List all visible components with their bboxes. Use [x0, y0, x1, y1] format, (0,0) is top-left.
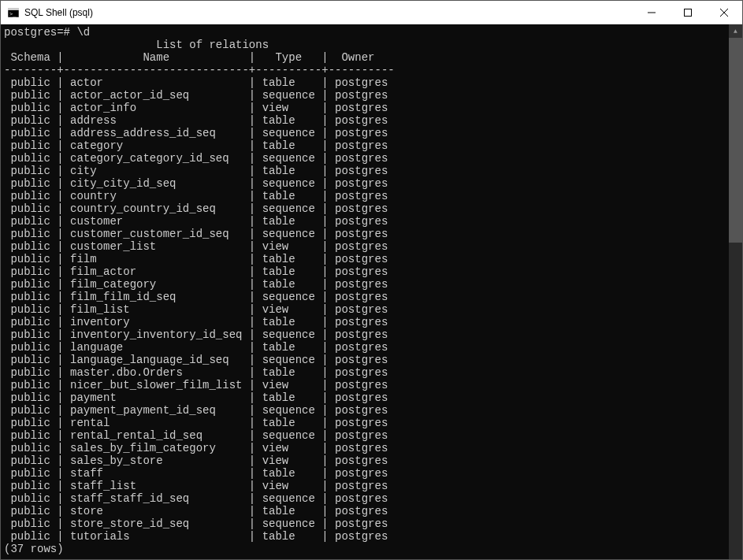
- window-controls: [633, 1, 742, 24]
- scroll-up-arrow[interactable]: ▲: [729, 24, 742, 38]
- svg-text:>_: >_: [9, 11, 17, 17]
- svg-rect-1: [8, 8, 19, 10]
- terminal-output[interactable]: postgres=# \d List of relations Schema |…: [1, 24, 729, 559]
- vertical-scrollbar[interactable]: ▲: [729, 24, 742, 559]
- content-area: postgres=# \d List of relations Schema |…: [1, 24, 742, 559]
- minimize-button[interactable]: [633, 1, 670, 24]
- scroll-thumb[interactable]: [729, 38, 742, 243]
- window-title: SQL Shell (psql): [24, 7, 93, 18]
- close-button[interactable]: [706, 1, 742, 24]
- titlebar[interactable]: >_ SQL Shell (psql): [1, 1, 742, 24]
- terminal-icon: >_: [7, 6, 20, 19]
- maximize-button[interactable]: [670, 1, 706, 24]
- titlebar-left: >_ SQL Shell (psql): [1, 6, 93, 19]
- svg-rect-4: [685, 9, 692, 16]
- main-window: >_ SQL Shell (psql) postgres=# \d List o…: [0, 0, 743, 560]
